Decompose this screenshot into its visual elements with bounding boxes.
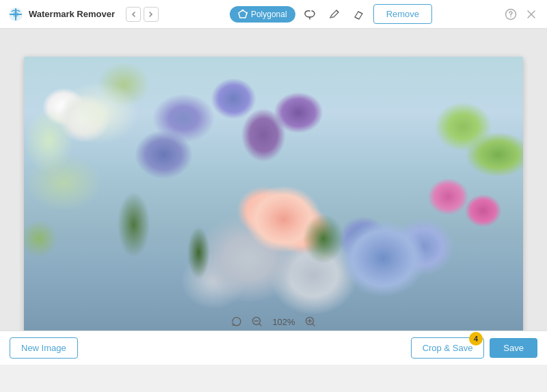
bottom-bar: New Image 4 Crop & Save Save xyxy=(0,331,547,365)
titlebar-left: Watermark Remover xyxy=(8,7,159,22)
rotate-icon xyxy=(230,316,243,328)
titlebar-center: Polygonal Remove xyxy=(230,4,432,25)
app-logo-icon xyxy=(8,7,23,22)
polygonal-tool-button[interactable]: Polygonal xyxy=(230,6,295,23)
pencil-tool-button[interactable] xyxy=(324,4,345,25)
zoom-out-button[interactable] xyxy=(250,314,265,329)
bottom-right-actions: 4 Crop & Save Save xyxy=(411,337,537,359)
zoom-level: 102% xyxy=(270,317,297,327)
lasso-icon xyxy=(304,8,316,20)
svg-line-10 xyxy=(259,324,261,326)
notification-badge: 4 xyxy=(469,332,483,346)
help-button[interactable] xyxy=(503,7,518,22)
remove-button[interactable]: Remove xyxy=(373,4,432,24)
svg-point-1 xyxy=(13,12,18,17)
close-button[interactable] xyxy=(524,7,539,22)
image-container xyxy=(24,57,523,337)
eraser-icon xyxy=(353,8,365,20)
zoom-out-icon xyxy=(251,316,263,328)
nav-buttons xyxy=(126,7,159,22)
titlebar-right xyxy=(503,7,539,22)
svg-line-5 xyxy=(358,12,362,14)
lasso-tool-button[interactable] xyxy=(299,4,320,25)
eraser-tool-button[interactable] xyxy=(349,4,369,25)
canvas-area: 102% New Image 4 Crop & Save Save xyxy=(0,29,547,365)
svg-point-7 xyxy=(510,16,511,17)
polygonal-icon xyxy=(238,10,248,19)
polygonal-label: Polygonal xyxy=(251,10,287,19)
forward-icon xyxy=(148,11,155,18)
zoom-bar: 102% xyxy=(229,314,318,329)
close-icon xyxy=(526,9,537,20)
svg-line-14 xyxy=(312,324,315,326)
back-button[interactable] xyxy=(126,7,141,22)
app-title: Watermark Remover xyxy=(29,9,115,19)
back-icon xyxy=(130,11,137,18)
new-image-button[interactable]: New Image xyxy=(10,337,78,359)
forward-button[interactable] xyxy=(144,7,159,22)
pencil-icon xyxy=(328,8,341,20)
save-button[interactable]: Save xyxy=(490,338,537,358)
rotate-button[interactable] xyxy=(229,314,244,329)
flower-image xyxy=(24,57,523,337)
titlebar: Watermark Remover Polygonal xyxy=(0,0,547,29)
zoom-in-icon xyxy=(304,316,317,328)
help-icon xyxy=(505,8,517,20)
zoom-in-button[interactable] xyxy=(303,314,318,329)
svg-marker-2 xyxy=(239,10,247,18)
